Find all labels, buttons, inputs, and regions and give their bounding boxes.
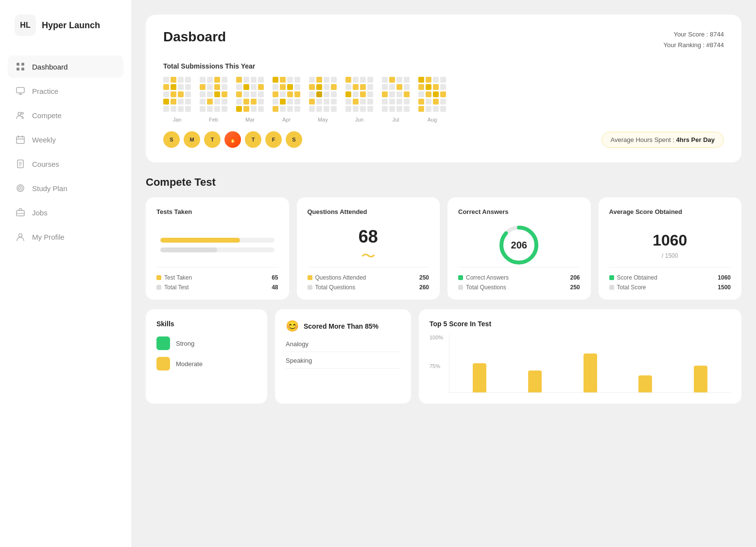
- sidebar-item-practice[interactable]: Practice: [8, 80, 123, 102]
- logo-area: HL Hyper Launch: [0, 15, 131, 55]
- main-content: Dasboard Your Score : 8744 Your Ranking …: [131, 0, 756, 547]
- day-badge-t1: T: [204, 131, 221, 148]
- score-display: 1060 / 1500: [653, 231, 687, 259]
- scored-emoji: 😊: [286, 320, 299, 333]
- skills-title: Skills: [156, 320, 257, 328]
- sidebar-item-label: My Profile: [32, 233, 65, 241]
- row-label: Questions Attended: [308, 274, 366, 281]
- stat-title: Average Score Obtained: [609, 208, 731, 215]
- heatmap-section: Total Submissions This Year Jan: [163, 62, 724, 148]
- sidebar-item-study-plan[interactable]: Study Plan: [8, 177, 123, 199]
- y-label-100: 100%: [430, 335, 443, 340]
- scored-item: Analogy: [286, 340, 400, 352]
- scored-item: Speaking: [286, 357, 400, 369]
- month-may: May: [309, 77, 337, 123]
- sidebar-item-label: Practice: [32, 87, 58, 95]
- streak-row: S M T 🔥 T F S Average Hours Spent : 4hrs…: [163, 131, 724, 148]
- month-apr: Apr: [273, 77, 300, 123]
- month-label: Aug: [428, 117, 437, 123]
- circle-chart: 206: [497, 223, 541, 267]
- target-icon: [16, 183, 25, 193]
- sidebar-item-compete[interactable]: Compete: [8, 104, 123, 126]
- dot: [458, 275, 463, 280]
- month-label: Feb: [209, 117, 218, 123]
- bars-area: [449, 335, 731, 393]
- sidebar-item-label: Weekly: [32, 136, 56, 144]
- svg-point-22: [19, 234, 22, 237]
- page-title: Dasboard: [163, 29, 226, 45]
- row-label: Test Taken: [156, 274, 192, 281]
- month-label: Mar: [245, 117, 255, 123]
- bar-wrapper: [675, 335, 726, 392]
- row-text: Questions Attended: [315, 274, 366, 281]
- sidebar-item-courses[interactable]: Courses: [8, 153, 123, 175]
- bar: [528, 371, 542, 392]
- divider: [609, 267, 731, 267]
- stat-row: Score Obtained 1060: [609, 274, 731, 281]
- row-label: Total Questions: [458, 284, 506, 291]
- skill-label: Strong: [176, 340, 194, 347]
- svg-point-19: [20, 188, 21, 189]
- row-value: 206: [570, 274, 580, 281]
- row-value: 65: [272, 274, 278, 281]
- score-visual: 1060 / 1500: [609, 223, 731, 267]
- briefcase-icon: [16, 208, 25, 217]
- big-number: 68: [359, 227, 378, 247]
- questions-visual: 68 〜: [308, 223, 430, 267]
- calendar-icon: [16, 135, 25, 144]
- top-header: Dasboard Your Score : 8744 Your Ranking …: [163, 29, 724, 51]
- svg-rect-0: [17, 63, 19, 66]
- month-label: Jan: [173, 117, 182, 123]
- day-badge-s2: S: [286, 131, 302, 148]
- avg-hours-value: 4hrs Per Day: [676, 136, 715, 143]
- dot: [156, 275, 161, 280]
- logo-box: HL: [15, 15, 36, 36]
- dot: [458, 285, 463, 290]
- stat-rows: Correct Answers 206 Total Questions 250: [458, 274, 580, 291]
- correct-answers-visual: 206: [458, 223, 580, 267]
- sidebar-item-label: Dashboard: [32, 63, 68, 71]
- skill-item-strong: Strong: [156, 336, 257, 350]
- bar: [638, 375, 652, 392]
- stat-row: Total Questions 260: [308, 284, 430, 291]
- sidebar-item-weekly[interactable]: Weekly: [8, 128, 123, 151]
- score-info: Your Score : 8744 Your Ranking : #8744: [663, 29, 724, 51]
- stat-card-correct-answers: Correct Answers 206 Correct Answers: [447, 197, 591, 300]
- sidebar-item-dashboard[interactable]: Dashboard: [8, 55, 123, 78]
- stat-card-average-score: Average Score Obtained 1060 / 1500 Score…: [599, 197, 742, 300]
- stat-title: Questions Attended: [308, 208, 430, 215]
- row-label: Correct Answers: [458, 274, 509, 281]
- stats-grid: Tests Taken: [146, 197, 741, 300]
- day-badge-m: M: [184, 131, 200, 148]
- stat-row: Total Questions 250: [458, 284, 580, 291]
- stat-row: Correct Answers 206: [458, 274, 580, 281]
- svg-point-7: [18, 112, 21, 115]
- row-label: Total Questions: [308, 284, 356, 291]
- month-label: Jul: [392, 117, 399, 123]
- row-text: Total Score: [617, 284, 646, 291]
- dot: [308, 285, 312, 290]
- y-axis: 100% 75%: [430, 335, 443, 393]
- stat-rows: Questions Attended 250 Total Questions 2…: [308, 274, 430, 291]
- bar-wrapper: [565, 335, 616, 392]
- day-badge-t2: T: [245, 131, 261, 148]
- divider: [156, 267, 278, 267]
- monitor-icon: [16, 86, 25, 96]
- month-feb: Feb: [200, 77, 227, 123]
- stat-row: Total Score 1500: [609, 284, 731, 291]
- day-badge-f: F: [265, 131, 282, 148]
- nav: Dashboard Practice: [0, 55, 131, 248]
- month-label: Jun: [355, 117, 364, 123]
- divider: [458, 267, 580, 267]
- sidebar-item-jobs[interactable]: Jobs: [8, 201, 123, 224]
- stat-rows: Score Obtained 1060 Total Score 1500: [609, 274, 731, 291]
- tests-taken-visual: [156, 223, 278, 267]
- scored-list: Analogy Speaking: [286, 340, 400, 369]
- top5-chart-area: 100% 75%: [430, 335, 731, 393]
- app-name: Hyper Launch: [42, 20, 100, 31]
- month-label: Apr: [282, 117, 291, 123]
- dot: [609, 285, 614, 290]
- day-badge-fire: 🔥: [224, 131, 241, 148]
- svg-rect-3: [21, 68, 24, 71]
- sidebar-item-my-profile[interactable]: My Profile: [8, 226, 123, 248]
